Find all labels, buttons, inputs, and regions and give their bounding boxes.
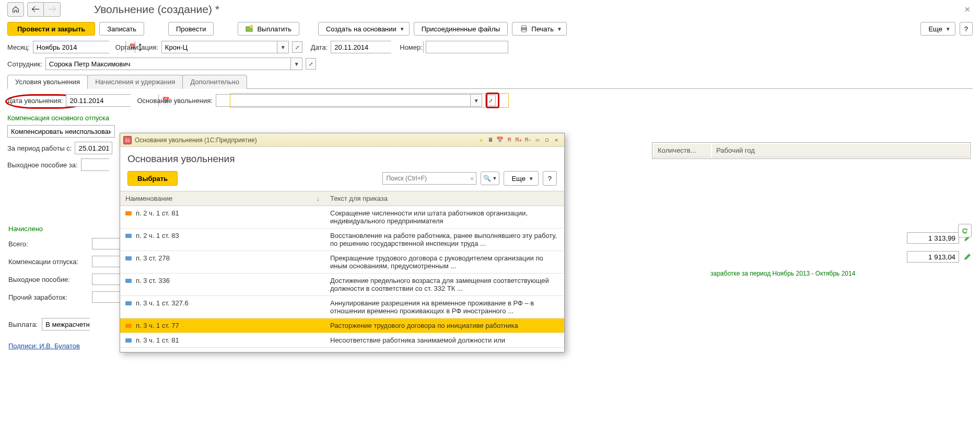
- print-button[interactable]: Печать▼: [512, 22, 567, 36]
- dialog-more-label: Еще: [511, 175, 525, 183]
- right-value-2[interactable]: [907, 251, 959, 263]
- number-input[interactable]: [428, 41, 506, 53]
- month-input[interactable]: [36, 41, 125, 53]
- period-from-field[interactable]: [75, 142, 112, 154]
- accrued-section: Начислено: [8, 225, 123, 233]
- signatures-link[interactable]: Подписи: И.В. Булатов: [8, 342, 80, 350]
- row-name: п. 3 ч. 1 ст. 327.6: [136, 299, 189, 307]
- win-favorite-icon[interactable]: ★: [476, 136, 486, 144]
- dialog-row[interactable]: п. 3 ч. 1 ст. 81Несоответствие работника…: [120, 333, 564, 348]
- win-mminus-button[interactable]: M-: [523, 136, 533, 144]
- dialog-row[interactable]: п. 3 ст. 278Прекращение трудового догово…: [120, 251, 564, 274]
- date-field[interactable]: 📅: [331, 41, 391, 53]
- dialog-row[interactable]: п. 2 ч. 1 ст. 81Сокращение численности и…: [120, 206, 564, 229]
- dialog-more-button[interactable]: Еще▼: [504, 171, 538, 186]
- employee-input[interactable]: [48, 58, 290, 70]
- number-field[interactable]: [426, 41, 508, 53]
- refresh-button[interactable]: [958, 224, 972, 237]
- home-button[interactable]: [7, 2, 24, 17]
- tab-conditions[interactable]: Условия увольнения: [7, 75, 88, 89]
- reason-open-button[interactable]: ⤢: [485, 95, 496, 106]
- employee-dropdown-button[interactable]: ▼: [290, 58, 300, 70]
- dialog-search-field[interactable]: ×: [382, 172, 476, 185]
- page-title: Увольнение (создание) *: [94, 3, 219, 16]
- row-text: Расторжение трудового договора по инициа…: [325, 318, 564, 333]
- severance-field[interactable]: ▲▼: [81, 158, 109, 171]
- month-field[interactable]: 📅 ▲▼: [33, 41, 109, 53]
- col-quantity: Количеств...: [654, 144, 711, 157]
- reason-field[interactable]: ▼: [216, 94, 482, 107]
- total-label: Всего:: [8, 240, 92, 248]
- win-close-icon[interactable]: ✕: [552, 136, 561, 144]
- attached-files-button[interactable]: Присоединенные файлы: [414, 22, 508, 36]
- tab-accruals[interactable]: Начисления и удержания: [87, 75, 183, 89]
- row-icon: [125, 301, 132, 305]
- dialog-col-text[interactable]: Текст для приказа: [325, 191, 564, 206]
- search-clear-icon[interactable]: ×: [470, 175, 474, 183]
- dialog-row[interactable]: п. 3 ст. 336Достижение предельного возра…: [120, 274, 564, 296]
- row-icon: [125, 324, 132, 328]
- write-button[interactable]: Записать: [99, 22, 144, 36]
- org-dropdown-button[interactable]: ▼: [277, 41, 286, 53]
- fire-date-field[interactable]: 📅: [66, 94, 131, 107]
- vacation-table: Количеств... Рабочий год: [652, 142, 971, 159]
- dialog-col-name[interactable]: Наименование: [125, 195, 172, 202]
- dialog-help-button[interactable]: ?: [543, 171, 557, 186]
- pencil-icon[interactable]: [963, 253, 972, 261]
- svg-rect-4: [522, 30, 526, 32]
- win-minimize-icon[interactable]: ▭: [533, 136, 542, 144]
- dialog-select-button[interactable]: Выбрать: [127, 171, 178, 186]
- win-m-button[interactable]: M: [505, 136, 514, 144]
- close-icon[interactable]: ✕: [962, 3, 973, 16]
- comp-total-label: Компенсации отпуска:: [8, 258, 92, 266]
- dialog-search-button[interactable]: 🔍 ▼: [481, 172, 499, 185]
- dialog-row[interactable]: п. 2 ч. 1 ст. 83Восстановление на работе…: [120, 229, 564, 251]
- win-calc-icon[interactable]: 🖩: [486, 136, 495, 144]
- dialog-row[interactable]: п. 3 ч. 1 ст. 77Расторжение трудового до…: [120, 318, 564, 333]
- dialog-row[interactable]: п. 3 ч. 1 ст. 327.6Аннулирование разреше…: [120, 296, 564, 318]
- total-value[interactable]: [92, 238, 123, 249]
- create-based-label: Создать на основании: [326, 25, 396, 33]
- more-button[interactable]: Еще▼: [920, 22, 955, 36]
- reason-dropdown-button[interactable]: ▼: [470, 95, 480, 106]
- pay-button[interactable]: Выплатить: [238, 22, 299, 36]
- employee-field[interactable]: ▼: [45, 58, 302, 70]
- number-label: Номер:: [400, 43, 423, 51]
- svg-point-1: [250, 25, 253, 28]
- win-calendar-icon[interactable]: 📅: [495, 136, 505, 144]
- month-label: Месяц:: [7, 43, 30, 51]
- post-button[interactable]: Провести: [168, 22, 214, 36]
- help-button[interactable]: ?: [960, 22, 973, 36]
- org-label: Организация:: [115, 43, 158, 51]
- row-text: Достижение предельного возраста для заме…: [325, 274, 564, 296]
- comp-mode-field[interactable]: [7, 125, 115, 138]
- post-and-close-button[interactable]: Провести и закрыть: [7, 22, 95, 36]
- row-icon: [125, 234, 132, 238]
- back-button[interactable]: 🡠: [27, 2, 44, 17]
- employee-open-button[interactable]: ⤢: [306, 58, 316, 70]
- forward-button[interactable]: 🡢: [44, 2, 61, 17]
- sev-total-label: Выходное пособие:: [8, 276, 92, 283]
- row-text: Аннулирование разрешения на временное пр…: [325, 296, 564, 318]
- tab-additional[interactable]: Дополнительно: [182, 75, 247, 89]
- org-input[interactable]: [164, 41, 277, 53]
- win-maximize-icon[interactable]: ◻: [542, 136, 552, 144]
- payout-field[interactable]: [42, 318, 90, 331]
- other-total-value[interactable]: [92, 291, 123, 303]
- col-work-year: Рабочий год: [712, 144, 969, 157]
- row-name: п. 3 ст. 278: [136, 254, 170, 262]
- reason-label: Основание увольнения:: [137, 97, 212, 105]
- comp-total-value[interactable]: [92, 256, 123, 267]
- reason-input[interactable]: [218, 95, 470, 106]
- fire-date-label: Дата увольнения:: [7, 97, 63, 105]
- period-from-input[interactable]: [77, 142, 110, 154]
- dialog-search-input[interactable]: [385, 174, 470, 183]
- row-text: Сокращение численности или штата работни…: [325, 206, 564, 229]
- org-open-button[interactable]: ⤢: [292, 41, 302, 53]
- org-field[interactable]: ▼: [161, 41, 289, 53]
- right-value-1[interactable]: [907, 232, 959, 244]
- win-mplus-button[interactable]: M+: [514, 136, 523, 144]
- comp-mode-input[interactable]: [10, 126, 112, 137]
- sev-total-value[interactable]: [92, 274, 123, 285]
- create-based-button[interactable]: Создать на основании▼: [318, 22, 410, 36]
